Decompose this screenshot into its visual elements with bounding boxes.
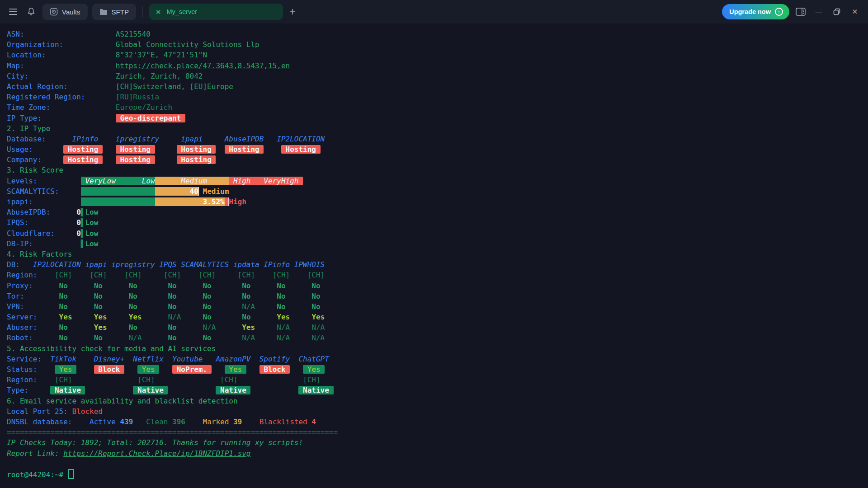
terminal-line: 3. Risk Score xyxy=(7,165,868,175)
terminal-line: Database: IPinfo ipregistry ipapi AbuseI… xyxy=(7,134,868,144)
terminal-text: Yes xyxy=(242,323,255,332)
close-window-button[interactable]: ✕ xyxy=(848,5,862,19)
terminal-line: IPQS: 0▌Low xyxy=(7,217,868,228)
terminal-text: No xyxy=(94,333,103,342)
terminal-text: root@44204:~# xyxy=(7,470,68,479)
terminal-text xyxy=(103,155,116,164)
terminal-text: N/A xyxy=(242,302,255,311)
terminal-text: No xyxy=(168,323,176,332)
terminal-text xyxy=(177,282,203,290)
terminal-text xyxy=(181,313,203,321)
terminal-line: Robot: No No N/A No No N/A N/A N/A xyxy=(7,333,868,343)
panel-toggle-button[interactable] xyxy=(794,5,807,19)
terminal-text: N/A xyxy=(311,323,325,332)
terminal-text: IPQS: xyxy=(7,218,28,227)
menu-button[interactable] xyxy=(6,5,20,19)
terminal-text: DNSBL database: xyxy=(7,418,90,426)
terminal-text xyxy=(290,333,311,342)
terminal-text xyxy=(42,155,63,164)
terminal-line: IP Type: Geo-discrepant xyxy=(7,113,868,123)
terminal-text: 4. Risk Factors xyxy=(7,250,72,258)
terminal-line: 4. Risk Factors xyxy=(7,249,868,259)
terminal-text: 6. Email service availability and blackl… xyxy=(7,397,238,405)
terminal-text xyxy=(103,292,129,300)
terminal-text xyxy=(59,187,81,196)
maximize-button[interactable] xyxy=(830,5,844,19)
terminal-text xyxy=(168,386,216,394)
terminal-text xyxy=(255,323,277,332)
topbar-left: Vaults SFTP ✕ My_server + xyxy=(6,4,297,20)
terminal-text: Local Port 25: xyxy=(7,407,72,416)
terminal-text: Map: xyxy=(7,61,116,70)
upgrade-label: Upgrade now xyxy=(729,8,771,15)
terminal-text xyxy=(46,135,72,143)
terminal-text: Medium xyxy=(155,177,229,185)
terminal-text xyxy=(142,333,168,342)
terminal-text: No xyxy=(277,302,285,311)
terminal-text: ▌ xyxy=(81,229,85,238)
terminal-text: City: xyxy=(7,72,116,80)
terminal-link[interactable]: https://check.place/47.3643,8.5437,15,en xyxy=(116,61,290,70)
terminal-text: Hosting xyxy=(116,145,155,154)
terminal-text: Registered Region: xyxy=(7,93,116,101)
terminal-text: [CH] [CH] [CH] [CH] xyxy=(55,375,321,384)
terminal-line: Location: 8°32'37"E, 47°21'51"N xyxy=(7,50,868,60)
terminal-text: ASN: xyxy=(7,30,116,38)
terminal-text xyxy=(212,333,242,342)
terminal-text: Hosting xyxy=(63,155,103,164)
terminal-line: Type: Native Native Native Native xyxy=(7,385,868,395)
terminal-text: NoPrem. xyxy=(172,365,212,374)
terminal-text: N/A xyxy=(277,323,290,332)
terminal-text: No xyxy=(129,302,137,311)
sftp-label: SFTP xyxy=(112,8,129,16)
terminal-text: ▕ xyxy=(225,197,229,206)
terminal-text: 0 xyxy=(76,208,81,216)
terminal-text: No xyxy=(203,313,212,321)
close-tab-icon[interactable]: ✕ xyxy=(156,9,161,15)
terminal-text: Yes xyxy=(225,365,246,374)
terminal-line: root@44204:~# xyxy=(7,469,868,479)
terminal-text xyxy=(177,323,203,332)
bell-icon xyxy=(27,7,35,16)
terminal-text: [CH] [CH] [CH] [CH] [CH] [CH] [CH] [CH] xyxy=(55,271,325,279)
terminal-text: Blacklisted xyxy=(259,418,312,426)
minimize-button[interactable]: — xyxy=(812,5,826,19)
terminal-text xyxy=(85,386,133,394)
terminal-text: No xyxy=(129,292,137,300)
terminal-line: Abuser: No Yes No No N/A Yes N/A N/A xyxy=(7,322,868,333)
terminal-text xyxy=(68,323,94,332)
terminal-text: Low xyxy=(85,229,98,238)
terminal-text: Yes xyxy=(129,313,142,321)
terminal-text: Low xyxy=(85,239,98,248)
vaults-button[interactable]: Vaults xyxy=(42,4,88,20)
terminal-text: Clean xyxy=(146,418,172,426)
upgrade-button[interactable]: Upgrade now ↑ xyxy=(722,4,789,19)
terminal-text: No xyxy=(94,282,103,290)
terminal-text xyxy=(24,302,59,311)
terminal-link[interactable]: https://Report.Check.Place/ip/1BNZFDIP1.… xyxy=(63,449,250,458)
terminal-text xyxy=(103,302,129,311)
terminal-text: ▌ xyxy=(81,218,85,227)
terminal-line xyxy=(7,459,868,469)
terminal-text: Blocked xyxy=(72,407,103,416)
tab-divider xyxy=(142,6,143,18)
terminal-line: Cloudflare: 0▌Low xyxy=(7,228,868,239)
terminal-text: Location: xyxy=(7,51,116,59)
tab-my-server[interactable]: ✕ My_server xyxy=(149,4,283,20)
terminal-text: Database: xyxy=(7,135,46,143)
terminal-text xyxy=(250,386,298,394)
terminal-text xyxy=(50,208,76,216)
terminal-text: Company: xyxy=(7,155,42,164)
terminal-text: Low xyxy=(85,208,98,216)
notifications-button[interactable] xyxy=(24,5,38,19)
terminal-text: Region: xyxy=(7,375,37,384)
terminal-text xyxy=(55,229,76,238)
sftp-button[interactable]: SFTP xyxy=(92,4,136,20)
terminal-text xyxy=(185,418,203,426)
terminal-text: No xyxy=(203,282,211,290)
new-tab-button[interactable]: + xyxy=(288,6,297,17)
terminal-output[interactable]: ASN: AS215540Organization: Global Connec… xyxy=(0,23,868,488)
terminal-text: Levels: xyxy=(7,177,37,185)
terminal-text xyxy=(264,145,281,154)
terminal-cursor xyxy=(68,469,74,479)
